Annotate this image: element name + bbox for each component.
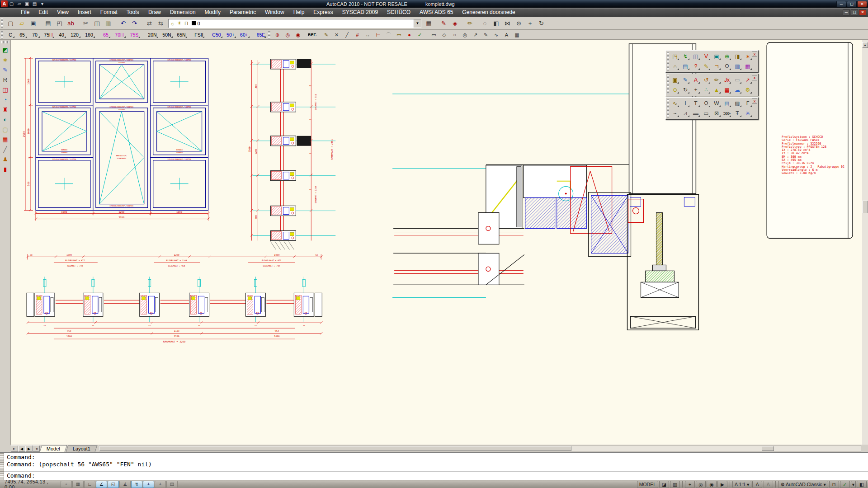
menu-sch-co[interactable]: SCHÜCO (382, 8, 415, 16)
rotate-copy-icon[interactable]: ↻ (680, 85, 690, 94)
card-icon[interactable]: ▣ (670, 75, 680, 84)
profile-button-50n[interactable]: 50N (160, 31, 174, 39)
status-toggle-lwt[interactable]: + (155, 481, 166, 488)
tab-prev-icon[interactable]: ◀ (18, 446, 25, 452)
zoom-window-icon[interactable]: ◉ (293, 30, 303, 39)
auto-annotation-icon[interactable]: Λ (763, 481, 773, 488)
edit-icon[interactable]: ✏ (712, 75, 722, 84)
plot-preview-icon[interactable]: ◰ (54, 18, 65, 28)
corner-icon[interactable]: Γ (743, 99, 753, 108)
profile-button-65n[interactable]: 65N (175, 31, 188, 39)
status-toggle-polar[interactable]: ∠ (96, 481, 107, 488)
burst-icon[interactable]: ✳ (743, 108, 753, 118)
status-toggle-ortho[interactable]: ∟ (84, 481, 95, 488)
profile-button-65e[interactable]: 65E (255, 31, 267, 39)
clean-screen-icon[interactable]: ◧ (857, 481, 867, 488)
syscad-home-icon[interactable]: ⌂ (670, 61, 680, 71)
redo-icon[interactable]: ↷ (129, 18, 140, 28)
tab-last-icon[interactable]: ⇥ (33, 446, 40, 452)
syscad-palette-icon[interactable]: ▦ (743, 61, 753, 71)
spline-icon[interactable]: ∿ (491, 30, 501, 39)
line-icon[interactable]: ╱ (342, 30, 352, 39)
leader-icon[interactable]: ↗ (471, 30, 480, 39)
menu-insert[interactable]: Insert (73, 8, 96, 16)
layer-dropdown[interactable]: ☼ ☀ ⊓ 0 ▼ (168, 19, 421, 28)
toolbar-grip[interactable] (1, 41, 9, 43)
profile-button-120[interactable]: 120 (68, 31, 81, 39)
erase-icon[interactable]: ◌ (480, 18, 490, 28)
wedge-icon[interactable]: ⊿ (680, 108, 690, 118)
menu-genereren-doorsnede[interactable]: Genereren doorsnede (458, 8, 519, 16)
syscad-target-icon[interactable]: ⊕ (722, 52, 732, 61)
profile-button-75h[interactable]: 75H (42, 31, 55, 39)
facade-icon[interactable]: ♜ (1, 105, 10, 114)
status-toggle-dyn[interactable]: + (143, 481, 154, 488)
dim-linear-icon[interactable]: ↔ (363, 30, 373, 39)
status-toggle-otrack[interactable]: ∡ (119, 481, 131, 488)
text-style-icon[interactable]: A (691, 75, 701, 84)
drawing-area[interactable]: 325410/30862KPL/112720325410/30862KPL/11… (11, 40, 862, 445)
wall-hatch-icon[interactable]: ▦ (722, 85, 732, 94)
menu-view[interactable]: View (52, 8, 73, 16)
pan-icon[interactable]: + (685, 481, 695, 488)
menu-window[interactable]: Window (260, 8, 289, 16)
menu-modify[interactable]: Modify (200, 8, 225, 16)
measure-icon[interactable]: ↗ (743, 75, 753, 84)
donut-icon[interactable]: ● (405, 30, 414, 39)
new-icon[interactable]: ▢ (5, 18, 16, 28)
pyramid-icon[interactable]: ▲ (712, 85, 722, 94)
arc-icon[interactable]: ⌒ (384, 30, 393, 39)
gear-icon[interactable]: ⚙ (743, 85, 753, 94)
screw-icon[interactable]: Ŧ (732, 108, 742, 118)
close-icon[interactable]: x (752, 99, 757, 104)
quick-view-layouts-icon[interactable]: ◪ (659, 481, 669, 488)
syscad-help-icon[interactable]: ? (691, 61, 701, 71)
status-toggle-ducs[interactable]: ↯ (131, 481, 142, 488)
toolbar-grip[interactable] (667, 52, 669, 71)
tab-next-icon[interactable]: ▶ (25, 446, 33, 452)
doc-minimize-button[interactable]: ─ (843, 9, 850, 15)
polyline-icon[interactable]: ✎ (481, 30, 491, 39)
syscad-profile-box-icon[interactable]: ▤ (680, 61, 690, 71)
break-icon[interactable]: ✕ (332, 30, 341, 39)
profile-button-160[interactable]: 160 (82, 31, 96, 39)
tab-model[interactable]: Model (40, 445, 67, 452)
syscad-goggles-icon[interactable]: ◫ (691, 52, 701, 61)
profile-button-40[interactable]: 40 (56, 31, 67, 39)
people-icon[interactable]: ♟ (1, 155, 10, 164)
vertical-scrollbar[interactable]: ▲ ▼ (862, 40, 868, 445)
rain-icon[interactable]: ☁ (732, 85, 742, 94)
ellipse-icon[interactable]: ◎ (460, 30, 470, 39)
annotation-visibility-icon[interactable]: Λ (752, 481, 762, 488)
zoom-icon[interactable]: ◎ (696, 481, 706, 488)
i-beam-icon[interactable]: I (680, 99, 690, 108)
dim-baseline-icon[interactable]: ⊢ (373, 30, 383, 39)
close-icon[interactable]: x (752, 52, 757, 57)
toolbar-grip[interactable] (1, 19, 3, 28)
autocad-logo-icon[interactable]: A (1, 0, 8, 7)
status-toggle-osnap[interactable]: ◱ (108, 481, 119, 488)
cube-icon[interactable]: ▢ (1, 125, 10, 134)
polygon-icon[interactable]: ◇ (439, 30, 449, 39)
profile-button-70[interactable]: 70 (29, 31, 41, 39)
syscad-door-icon[interactable]: ◨ (732, 52, 742, 61)
table-icon[interactable]: ▦ (512, 30, 522, 39)
syscad-plug-icon[interactable]: ↯ (680, 52, 690, 61)
scrollbar-thumb[interactable] (99, 446, 571, 451)
syscad-chart-icon[interactable]: ∗ (743, 52, 753, 61)
command-input[interactable]: Command: (4, 471, 868, 480)
command-grip[interactable] (0, 453, 4, 480)
toolbar-grip[interactable] (667, 75, 669, 94)
menu-format[interactable]: Format (96, 8, 122, 16)
steering-wheel-icon[interactable]: ◉ (707, 481, 717, 488)
spring-icon[interactable]: ∿ (670, 99, 680, 108)
horizontal-scrollbar[interactable] (99, 446, 861, 451)
region-icon[interactable]: ▭ (394, 30, 404, 39)
syscad-export-icon[interactable]: ◳ (670, 52, 680, 61)
frame-icon[interactable]: ▭ (732, 75, 742, 84)
revert-icon[interactable]: ↺ (701, 75, 711, 84)
copy-clip-icon[interactable]: ◫ (92, 18, 102, 28)
profile-button-c50[interactable]: C50 (210, 31, 223, 39)
save-icon[interactable]: ▣ (28, 18, 38, 28)
menu-parametric[interactable]: Parametric (225, 8, 260, 16)
